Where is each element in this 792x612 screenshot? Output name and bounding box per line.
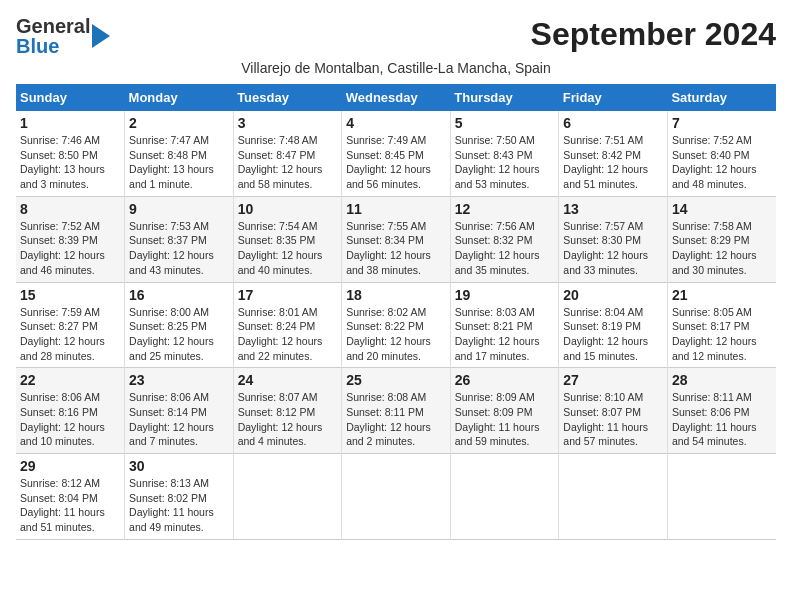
day-number: 15 (20, 287, 120, 303)
logo-blue: Blue (16, 36, 90, 56)
day-info: Sunrise: 7:50 AMSunset: 8:43 PMDaylight:… (455, 133, 555, 192)
calendar-cell: 2Sunrise: 7:47 AMSunset: 8:48 PMDaylight… (125, 111, 234, 196)
day-number: 14 (672, 201, 772, 217)
calendar-cell: 28Sunrise: 8:11 AMSunset: 8:06 PMDayligh… (667, 368, 776, 454)
day-number: 10 (238, 201, 338, 217)
day-number: 19 (455, 287, 555, 303)
calendar-table: SundayMondayTuesdayWednesdayThursdayFrid… (16, 84, 776, 540)
calendar-cell (559, 454, 668, 540)
day-info: Sunrise: 7:51 AMSunset: 8:42 PMDaylight:… (563, 133, 663, 192)
calendar-cell: 29Sunrise: 8:12 AMSunset: 8:04 PMDayligh… (16, 454, 125, 540)
logo: General Blue (16, 16, 110, 56)
calendar-cell: 18Sunrise: 8:02 AMSunset: 8:22 PMDayligh… (342, 282, 451, 368)
calendar-cell: 30Sunrise: 8:13 AMSunset: 8:02 PMDayligh… (125, 454, 234, 540)
calendar-cell: 15Sunrise: 7:59 AMSunset: 8:27 PMDayligh… (16, 282, 125, 368)
calendar-cell: 11Sunrise: 7:55 AMSunset: 8:34 PMDayligh… (342, 196, 451, 282)
logo-general: General (16, 16, 90, 36)
header-day: Wednesday (342, 84, 451, 111)
day-number: 20 (563, 287, 663, 303)
day-number: 13 (563, 201, 663, 217)
day-number: 24 (238, 372, 338, 388)
day-number: 1 (20, 115, 120, 131)
day-number: 12 (455, 201, 555, 217)
day-info: Sunrise: 7:56 AMSunset: 8:32 PMDaylight:… (455, 219, 555, 278)
calendar-cell (342, 454, 451, 540)
calendar-cell: 3Sunrise: 7:48 AMSunset: 8:47 PMDaylight… (233, 111, 342, 196)
day-info: Sunrise: 7:59 AMSunset: 8:27 PMDaylight:… (20, 305, 120, 364)
header-day: Monday (125, 84, 234, 111)
day-number: 18 (346, 287, 446, 303)
calendar-cell: 26Sunrise: 8:09 AMSunset: 8:09 PMDayligh… (450, 368, 559, 454)
calendar-week-row: 15Sunrise: 7:59 AMSunset: 8:27 PMDayligh… (16, 282, 776, 368)
logo-text: General Blue (16, 16, 90, 56)
day-info: Sunrise: 7:46 AMSunset: 8:50 PMDaylight:… (20, 133, 120, 192)
calendar-cell: 21Sunrise: 8:05 AMSunset: 8:17 PMDayligh… (667, 282, 776, 368)
calendar-cell: 13Sunrise: 7:57 AMSunset: 8:30 PMDayligh… (559, 196, 668, 282)
calendar-cell: 1Sunrise: 7:46 AMSunset: 8:50 PMDaylight… (16, 111, 125, 196)
day-info: Sunrise: 8:09 AMSunset: 8:09 PMDaylight:… (455, 390, 555, 449)
calendar-cell: 12Sunrise: 7:56 AMSunset: 8:32 PMDayligh… (450, 196, 559, 282)
logo-arrow-icon (92, 24, 110, 48)
calendar-cell: 14Sunrise: 7:58 AMSunset: 8:29 PMDayligh… (667, 196, 776, 282)
day-number: 6 (563, 115, 663, 131)
calendar-cell: 9Sunrise: 7:53 AMSunset: 8:37 PMDaylight… (125, 196, 234, 282)
day-info: Sunrise: 8:08 AMSunset: 8:11 PMDaylight:… (346, 390, 446, 449)
calendar-cell (233, 454, 342, 540)
calendar-week-row: 8Sunrise: 7:52 AMSunset: 8:39 PMDaylight… (16, 196, 776, 282)
calendar-cell (667, 454, 776, 540)
header-row: SundayMondayTuesdayWednesdayThursdayFrid… (16, 84, 776, 111)
day-info: Sunrise: 7:52 AMSunset: 8:39 PMDaylight:… (20, 219, 120, 278)
calendar-cell: 10Sunrise: 7:54 AMSunset: 8:35 PMDayligh… (233, 196, 342, 282)
calendar-week-row: 1Sunrise: 7:46 AMSunset: 8:50 PMDaylight… (16, 111, 776, 196)
calendar-cell: 27Sunrise: 8:10 AMSunset: 8:07 PMDayligh… (559, 368, 668, 454)
day-info: Sunrise: 8:06 AMSunset: 8:16 PMDaylight:… (20, 390, 120, 449)
page-header: General Blue September 2024 (16, 16, 776, 56)
day-number: 11 (346, 201, 446, 217)
day-info: Sunrise: 7:58 AMSunset: 8:29 PMDaylight:… (672, 219, 772, 278)
day-number: 29 (20, 458, 120, 474)
calendar-cell: 6Sunrise: 7:51 AMSunset: 8:42 PMDaylight… (559, 111, 668, 196)
day-number: 17 (238, 287, 338, 303)
day-number: 8 (20, 201, 120, 217)
day-number: 7 (672, 115, 772, 131)
month-title: September 2024 (531, 16, 776, 53)
calendar-cell: 23Sunrise: 8:06 AMSunset: 8:14 PMDayligh… (125, 368, 234, 454)
day-number: 5 (455, 115, 555, 131)
calendar-cell: 17Sunrise: 8:01 AMSunset: 8:24 PMDayligh… (233, 282, 342, 368)
header-day: Friday (559, 84, 668, 111)
day-number: 21 (672, 287, 772, 303)
day-info: Sunrise: 8:13 AMSunset: 8:02 PMDaylight:… (129, 476, 229, 535)
day-info: Sunrise: 8:05 AMSunset: 8:17 PMDaylight:… (672, 305, 772, 364)
calendar-cell: 4Sunrise: 7:49 AMSunset: 8:45 PMDaylight… (342, 111, 451, 196)
day-info: Sunrise: 8:01 AMSunset: 8:24 PMDaylight:… (238, 305, 338, 364)
day-number: 30 (129, 458, 229, 474)
day-info: Sunrise: 7:54 AMSunset: 8:35 PMDaylight:… (238, 219, 338, 278)
day-info: Sunrise: 7:55 AMSunset: 8:34 PMDaylight:… (346, 219, 446, 278)
day-number: 16 (129, 287, 229, 303)
calendar-cell: 7Sunrise: 7:52 AMSunset: 8:40 PMDaylight… (667, 111, 776, 196)
header-day: Saturday (667, 84, 776, 111)
day-number: 27 (563, 372, 663, 388)
location-subtitle: Villarejo de Montalban, Castille-La Manc… (16, 60, 776, 76)
day-number: 25 (346, 372, 446, 388)
header-day: Thursday (450, 84, 559, 111)
calendar-cell: 25Sunrise: 8:08 AMSunset: 8:11 PMDayligh… (342, 368, 451, 454)
calendar-cell: 5Sunrise: 7:50 AMSunset: 8:43 PMDaylight… (450, 111, 559, 196)
day-info: Sunrise: 8:04 AMSunset: 8:19 PMDaylight:… (563, 305, 663, 364)
calendar-cell: 24Sunrise: 8:07 AMSunset: 8:12 PMDayligh… (233, 368, 342, 454)
day-info: Sunrise: 8:03 AMSunset: 8:21 PMDaylight:… (455, 305, 555, 364)
calendar-cell: 19Sunrise: 8:03 AMSunset: 8:21 PMDayligh… (450, 282, 559, 368)
calendar-cell: 16Sunrise: 8:00 AMSunset: 8:25 PMDayligh… (125, 282, 234, 368)
day-number: 26 (455, 372, 555, 388)
calendar-week-row: 22Sunrise: 8:06 AMSunset: 8:16 PMDayligh… (16, 368, 776, 454)
calendar-cell: 22Sunrise: 8:06 AMSunset: 8:16 PMDayligh… (16, 368, 125, 454)
day-number: 4 (346, 115, 446, 131)
day-number: 3 (238, 115, 338, 131)
day-info: Sunrise: 7:53 AMSunset: 8:37 PMDaylight:… (129, 219, 229, 278)
calendar-header: SundayMondayTuesdayWednesdayThursdayFrid… (16, 84, 776, 111)
day-info: Sunrise: 7:52 AMSunset: 8:40 PMDaylight:… (672, 133, 772, 192)
day-info: Sunrise: 7:48 AMSunset: 8:47 PMDaylight:… (238, 133, 338, 192)
day-number: 2 (129, 115, 229, 131)
calendar-cell: 8Sunrise: 7:52 AMSunset: 8:39 PMDaylight… (16, 196, 125, 282)
calendar-cell (450, 454, 559, 540)
